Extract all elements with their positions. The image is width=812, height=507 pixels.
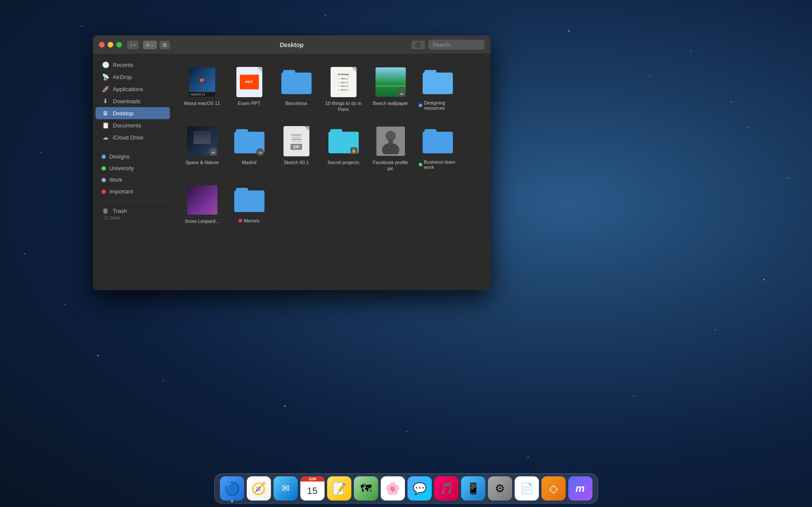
dock-item-notes[interactable]: 📝 bbox=[327, 476, 351, 501]
10-things-icon: 10 things — Item 1 — Item 2 — Item 3 — I… bbox=[331, 67, 357, 97]
snow-icon-wrapper bbox=[187, 184, 218, 215]
sidebar-label-trash: Trash bbox=[113, 208, 127, 214]
file-item-memes[interactable]: Memes bbox=[229, 181, 270, 228]
list-view-chevron: ⌄ bbox=[150, 42, 154, 47]
file-item-space-nature[interactable]: ☁ Space & Nature bbox=[182, 122, 223, 175]
file-item-about-macos[interactable]: 🍎 macOS 11 About macOS 11 bbox=[182, 63, 223, 116]
sidebar-label-icloud: iCloud Drive bbox=[113, 134, 143, 141]
desktop-icon: 🖥 bbox=[102, 110, 109, 117]
dock-item-music[interactable]: 🎵 bbox=[434, 476, 459, 501]
file-item-10-things[interactable]: 10 things — Item 1 — Item 2 — Item 3 — I… bbox=[323, 63, 364, 116]
search-box: ⬛ bbox=[411, 40, 484, 50]
view-toggle-button[interactable]: ⬛ bbox=[411, 41, 425, 49]
system-prefs-icon: ⚙ bbox=[495, 482, 505, 495]
maximize-button[interactable] bbox=[116, 42, 122, 48]
documents-icon: 📋 bbox=[102, 122, 109, 129]
sidebar-item-important[interactable]: Important bbox=[96, 186, 170, 197]
memes-icon-wrapper bbox=[234, 184, 265, 215]
close-button[interactable] bbox=[99, 42, 105, 48]
dock-item-finder[interactable]: 🔵 bbox=[220, 476, 244, 501]
barcelona-icon-wrapper bbox=[281, 67, 312, 98]
file-item-business[interactable]: Business team work bbox=[417, 122, 458, 175]
file-name-memes: Memes bbox=[239, 218, 259, 223]
memes-folder-icon bbox=[234, 188, 264, 212]
file-item-barcelona[interactable]: Barcelona bbox=[276, 63, 317, 116]
mail-icon: ✉ bbox=[282, 483, 290, 494]
safari-icon: 🧭 bbox=[251, 482, 266, 496]
sidebar-item-university[interactable]: University bbox=[96, 162, 170, 174]
dock-item-mail[interactable]: ✉ bbox=[274, 476, 298, 501]
music-icon: 🎵 bbox=[439, 482, 453, 495]
doc-corner-fold-2 bbox=[351, 67, 357, 72]
sidebar-item-designs[interactable]: Designs bbox=[96, 151, 170, 162]
forward-icon: › bbox=[134, 42, 135, 48]
lock-badge: 🔒 bbox=[350, 147, 357, 154]
sidebar-trash-section: 🗑 Trash 12 items bbox=[93, 205, 172, 222]
file-name-sketch: Sketch 60.1 bbox=[283, 159, 309, 165]
back-forward-button[interactable]: ‹ › bbox=[127, 41, 139, 49]
traffic-lights bbox=[99, 42, 122, 48]
business-icon-wrapper bbox=[422, 126, 453, 157]
sidebar-label-airdrop: AirDrop bbox=[113, 74, 132, 80]
dock-item-appstore[interactable]: 📱 bbox=[461, 476, 485, 501]
minimize-button[interactable] bbox=[108, 42, 113, 48]
designing-dot bbox=[419, 104, 422, 107]
sidebar: 🕐 Recents 📡 AirDrop 🚀 Applications ⬇ Dow… bbox=[93, 54, 173, 290]
sidebar-item-trash[interactable]: 🗑 Trash bbox=[96, 205, 170, 217]
dock-item-word[interactable]: 📄 bbox=[515, 476, 539, 501]
file-name-facebook: Facebook profile pic bbox=[372, 159, 409, 172]
sidebar-label-documents: Documents bbox=[113, 122, 141, 129]
finder-active-dot bbox=[231, 501, 233, 502]
file-item-facebook-pic[interactable]: Facebook profile pic bbox=[370, 122, 411, 175]
sidebar-favorites: 🕐 Recents 📡 AirDrop 🚀 Applications ⬇ Dow… bbox=[93, 59, 172, 143]
designs-dot bbox=[102, 155, 106, 159]
sidebar-item-downloads[interactable]: ⬇ Downloads bbox=[96, 95, 170, 107]
sidebar-item-icloud[interactable]: ☁ iCloud Drive bbox=[96, 131, 170, 143]
sidebar-item-recents[interactable]: 🕐 Recents bbox=[96, 59, 170, 71]
dock-item-photos[interactable]: 🌸 bbox=[381, 476, 405, 501]
about-macos-thumbnail: 🍎 macOS 11 bbox=[189, 67, 215, 97]
recents-icon: 🕐 bbox=[102, 61, 109, 68]
facebook-icon-wrapper bbox=[375, 126, 406, 157]
search-input[interactable] bbox=[428, 40, 484, 50]
sidebar-item-airdrop[interactable]: 📡 AirDrop bbox=[96, 71, 170, 83]
finder-body: 🕐 Recents 📡 AirDrop 🚀 Applications ⬇ Dow… bbox=[93, 54, 490, 290]
dock-item-system-prefs[interactable]: ⚙ bbox=[488, 476, 512, 501]
word-icon: 📄 bbox=[520, 482, 533, 494]
calendar-month: JUN bbox=[300, 476, 325, 482]
file-item-designing[interactable]: Designing resources bbox=[417, 63, 458, 116]
dock-item-calendar[interactable]: JUN 15 bbox=[300, 476, 325, 501]
designing-icon-wrapper bbox=[422, 67, 453, 98]
macos-thumb-top: 🍎 bbox=[189, 67, 215, 92]
file-area: 🍎 macOS 11 About macOS 11 PPT bbox=[173, 54, 490, 290]
file-item-madrid[interactable]: ☁ Madrid bbox=[229, 122, 270, 175]
sidebar-item-documents[interactable]: 📋 Documents bbox=[96, 119, 170, 131]
dock-item-sketch-dock[interactable]: ◇ bbox=[541, 476, 566, 501]
dock-item-messages[interactable]: 💬 bbox=[408, 476, 432, 501]
file-item-sketch[interactable]: ZIP Sketch 60.1 bbox=[276, 122, 317, 175]
sidebar-divider-2 bbox=[99, 201, 166, 201]
sidebar-item-applications[interactable]: 🚀 Applications bbox=[96, 83, 170, 95]
file-item-secret[interactable]: 🔒 Secret projects bbox=[323, 122, 364, 175]
exam-ppt-icon-wrapper: PPT bbox=[234, 67, 265, 98]
finder-icon: 🔵 bbox=[224, 481, 240, 496]
window-title: Desktop bbox=[280, 41, 303, 48]
file-item-snow-leopard[interactable]: Snow Leopard... bbox=[182, 181, 223, 228]
sidebar-item-work[interactable]: Work bbox=[96, 174, 170, 186]
dock-item-safari[interactable]: 🧭 bbox=[247, 476, 271, 501]
file-item-exam-ppt[interactable]: PPT Exam PPT bbox=[229, 63, 270, 116]
sidebar-item-desktop[interactable]: 🖥 Desktop bbox=[96, 107, 170, 119]
file-item-beach-wallpaper[interactable]: ☁ Beach wallpaper bbox=[370, 63, 411, 116]
file-name-business: Business team work bbox=[419, 159, 456, 170]
dock-item-messenger[interactable]: m bbox=[568, 476, 592, 501]
airdrop-icon: 📡 bbox=[102, 73, 109, 80]
list-view-button[interactable]: ≡ ⌄ bbox=[143, 41, 157, 49]
file-name-space: Space & Nature bbox=[185, 159, 219, 165]
sidebar-label-desktop: Desktop bbox=[113, 110, 134, 117]
list-view-icon: ≡ bbox=[146, 42, 149, 48]
toolbar-controls: ‹ › ≡ ⌄ ⊞ bbox=[127, 41, 170, 49]
applications-icon: 🚀 bbox=[102, 86, 109, 92]
dock-item-maps[interactable]: 🗺 bbox=[354, 476, 378, 501]
zip-stripes bbox=[291, 134, 302, 142]
grid-view-button[interactable]: ⊞ bbox=[159, 41, 170, 49]
